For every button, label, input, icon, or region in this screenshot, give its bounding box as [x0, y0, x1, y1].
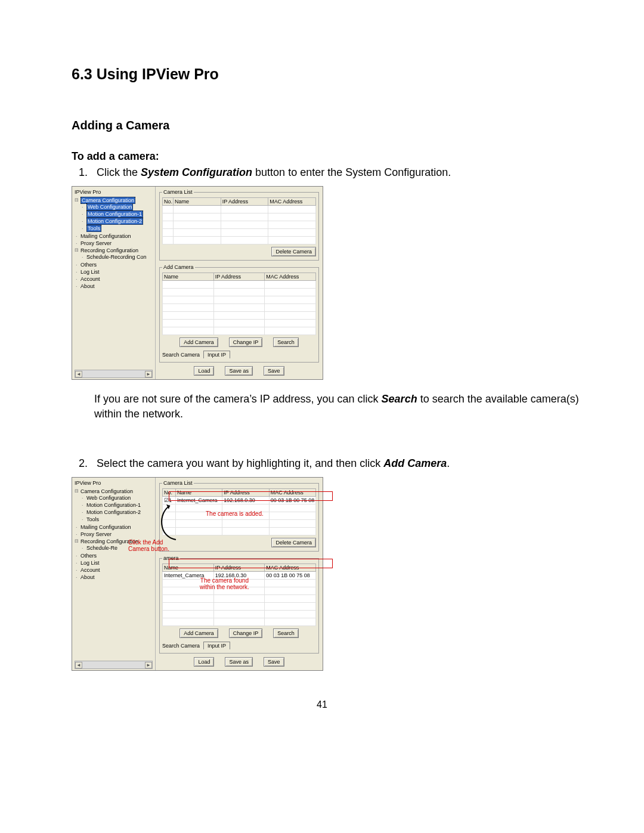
table-row[interactable] [163, 504, 316, 512]
tree-item[interactable]: Log List [80, 268, 154, 275]
add-camera-table[interactable]: Name IP Address MAC Address Internet_Cam… [162, 563, 316, 626]
step-1-suffix: button to enter the System Configuration… [252, 166, 451, 178]
tree-pane: IPView Pro Camera Configuration Web Conf… [72, 187, 156, 379]
scroll-left-icon[interactable]: ◄ [75, 371, 82, 377]
table-row[interactable] [163, 312, 316, 320]
row-name: Internet_Camera [163, 572, 214, 580]
camera-list-group: Camera List No. Name IP Address MAC Addr… [159, 189, 319, 261]
table-row[interactable] [163, 327, 316, 335]
camera-list-table[interactable]: No. Name IP Address MAC Address ☑1 Inter… [162, 488, 316, 535]
tree-item[interactable]: Schedule-Re [86, 544, 154, 552]
table-row[interactable] [163, 520, 316, 528]
table-row[interactable] [163, 221, 316, 229]
tree-item[interactable]: Motion Configuration-2 [86, 509, 154, 516]
add-camera-button[interactable]: Add Camera [179, 337, 218, 347]
input-ip-tab[interactable]: Input IP [203, 642, 230, 649]
tree-item[interactable]: About [80, 574, 154, 581]
table-row[interactable]: ☑1 Internet_Camera 192.168.0.30 00 03 1B… [163, 497, 316, 504]
search-camera-label: Search Camera [162, 643, 200, 649]
save-button[interactable]: Save [264, 657, 284, 667]
tree-camera-config[interactable]: Camera Configuration Web Configuration M… [80, 488, 154, 524]
config-tree[interactable]: Camera Configuration Web Configuration M… [75, 197, 154, 290]
tree-item[interactable]: Web Configuration [86, 203, 154, 210]
table-row[interactable]: Internet_Camera 192.168.0.30 00 03 1B 00… [163, 572, 316, 580]
load-button[interactable]: Load [194, 366, 214, 376]
tree-item[interactable]: Mailing Configuration [80, 524, 154, 531]
tree-item[interactable]: Web Configuration [86, 494, 154, 501]
scroll-right-icon[interactable]: ► [145, 371, 152, 377]
change-ip-button[interactable]: Change IP [229, 337, 263, 347]
table-row[interactable] [163, 304, 316, 312]
table-row[interactable] [163, 512, 316, 520]
save-button[interactable]: Save [264, 366, 284, 376]
col-name: Name [174, 198, 221, 206]
add-camera-group: Add Camera Name IP Address MAC Address [159, 264, 319, 363]
tree-item[interactable]: Motion Configuration-1 [86, 501, 154, 509]
tree-item[interactable]: Account [80, 566, 154, 574]
table-row[interactable] [163, 213, 316, 221]
table-row[interactable] [163, 296, 316, 304]
subsection-heading: Adding a Camera [72, 119, 590, 132]
tree-item[interactable]: Tools [86, 516, 154, 523]
tree-horizontal-scrollbar[interactable]: ◄ ► [75, 370, 153, 378]
save-as-button[interactable]: Save as [225, 366, 253, 376]
table-row[interactable] [163, 528, 316, 535]
tree-item[interactable]: About [80, 283, 154, 290]
table-row[interactable] [163, 289, 316, 296]
search-button[interactable]: Search [273, 628, 299, 638]
tree-item[interactable]: Others [80, 552, 154, 559]
tree-item[interactable]: Tools [86, 225, 154, 232]
config-tree[interactable]: Camera Configuration Web Configuration M… [75, 488, 154, 581]
tree-item[interactable]: Proxy Server [80, 240, 154, 247]
tree-item[interactable]: Proxy Server [80, 531, 154, 538]
ipview-dialog-b: IPView Pro Camera Configuration Web Conf… [72, 477, 323, 671]
camera-list-table[interactable]: No. Name IP Address MAC Address [162, 197, 316, 244]
search-button[interactable]: Search [273, 337, 299, 347]
table-row[interactable] [163, 587, 316, 595]
table-row[interactable] [163, 206, 316, 213]
table-row[interactable] [163, 580, 316, 587]
table-row[interactable] [163, 229, 316, 237]
table-row[interactable] [163, 281, 316, 289]
tree-recording[interactable]: Recording Configuration Schedule-Recordi… [80, 247, 154, 261]
tree-horizontal-scrollbar[interactable]: ◄ ► [75, 661, 153, 669]
table-row[interactable] [163, 611, 316, 618]
row-name: Internet_Camera [176, 497, 222, 504]
right-pane: Camera List No. Name IP Address MAC Addr… [156, 187, 323, 379]
col-ip: IP Address [213, 564, 265, 572]
table-row[interactable] [163, 603, 316, 611]
tree-camera-config[interactable]: Camera Configuration Web Configuration M… [80, 197, 154, 233]
input-ip-tab[interactable]: Input IP [203, 351, 230, 358]
tree-item[interactable]: Schedule-Recording Con [86, 253, 154, 261]
camera-list-legend: Camera List [162, 480, 194, 486]
table-row[interactable] [163, 320, 316, 327]
col-mac: MAC Address [265, 564, 316, 572]
table-row[interactable] [163, 618, 316, 626]
step-2-prefix: Select the camera you want by highlighti… [97, 457, 383, 469]
tree-item[interactable]: Mailing Configuration [80, 233, 154, 240]
load-button[interactable]: Load [194, 657, 214, 667]
table-row[interactable] [163, 237, 316, 244]
add-camera-button[interactable]: Add Camera [179, 628, 218, 638]
row-ip: 192.168.0.30 [213, 572, 265, 580]
tree-item[interactable]: Others [80, 261, 154, 268]
save-as-button[interactable]: Save as [225, 657, 253, 667]
delete-camera-button[interactable]: Delete Camera [271, 247, 316, 256]
scroll-right-icon[interactable]: ► [145, 662, 152, 668]
delete-camera-button[interactable]: Delete Camera [271, 538, 316, 547]
tree-item[interactable]: Motion Configuration-2 [86, 218, 154, 225]
col-ip: IP Address [213, 273, 265, 281]
tree-pane: IPView Pro Camera Configuration Web Conf… [72, 478, 156, 670]
step-2: 2. Select the camera you want by highlig… [72, 457, 590, 470]
bottom-button-row: Load Save as Save [159, 366, 319, 376]
tree-item[interactable]: Account [80, 275, 154, 283]
change-ip-button[interactable]: Change IP [229, 628, 263, 638]
tree-item[interactable]: Motion Configuration-1 [86, 210, 154, 218]
tree-item[interactable]: Log List [80, 559, 154, 566]
row-checkbox[interactable]: ☑1 [163, 497, 176, 504]
table-row[interactable] [163, 595, 316, 603]
add-camera-legend: Add Camera [162, 264, 195, 270]
tree-recording[interactable]: Recording Configuration Schedule-Re [80, 538, 154, 552]
add-camera-table[interactable]: Name IP Address MAC Address [162, 272, 316, 335]
scroll-left-icon[interactable]: ◄ [75, 662, 82, 668]
